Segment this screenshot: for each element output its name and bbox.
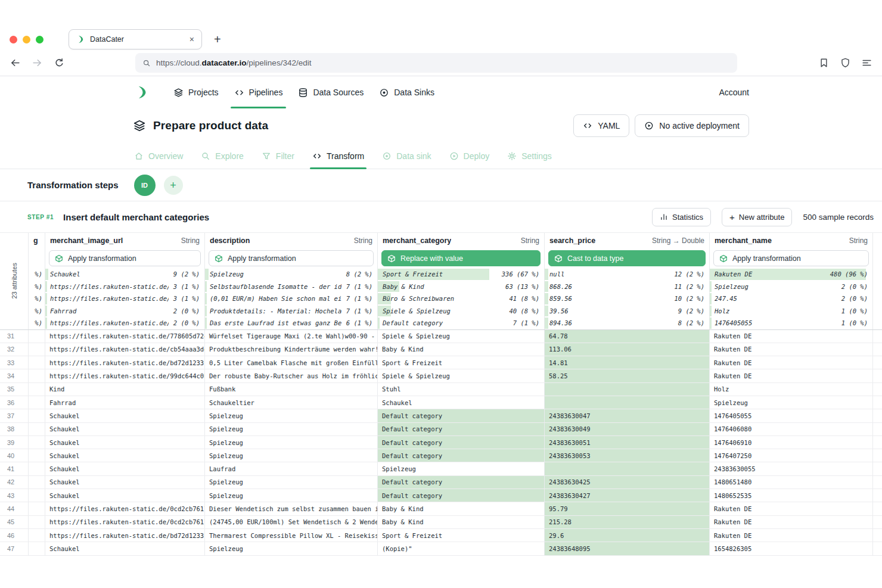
column-merchant-image-url: merchant_image_urlStringApply transforma… xyxy=(45,233,205,329)
column-action-button[interactable]: Apply transformation xyxy=(713,250,869,266)
column-stat-row: Sport & Freizeit336 (67 %) xyxy=(378,268,544,281)
datacater-logo[interactable] xyxy=(133,85,148,100)
cube-icon xyxy=(387,254,396,263)
deployment-button[interactable]: No active deployment xyxy=(635,114,749,137)
back-icon[interactable] xyxy=(10,57,21,69)
stat-count: 41 (8 %) xyxy=(509,295,539,302)
data-cell: 58.25 xyxy=(545,369,710,382)
sink-icon xyxy=(379,88,389,98)
tab-label: Data sink xyxy=(396,151,431,161)
column-action-label: Apply transformation xyxy=(228,254,296,263)
tab-filter[interactable]: Filter xyxy=(260,143,296,169)
pipeline-tabs-strip: OverviewExploreFilterTransformData sinkD… xyxy=(0,143,882,169)
clipped-cell xyxy=(29,436,45,449)
table-row: 31https://files.rakuten-static.de/778605… xyxy=(0,330,882,343)
column-merchant-category: merchant_categoryStringReplace with valu… xyxy=(378,233,545,329)
minimize-window-button[interactable] xyxy=(23,36,30,43)
zoom-window-button[interactable] xyxy=(36,36,44,43)
stat-value: https://files.rakuten-static.de/fb7e xyxy=(50,295,169,302)
menu-icon[interactable] xyxy=(861,57,872,69)
step-title: Insert default merchant categories xyxy=(63,212,209,222)
data-cell: Schaukel xyxy=(45,542,205,555)
statistics-button[interactable]: Statistics xyxy=(652,208,711,226)
stat-count: 8 (2 %) xyxy=(346,270,372,278)
column-action-button[interactable]: Apply transformation xyxy=(209,250,374,266)
tab-data-sink[interactable]: Data sink xyxy=(381,143,432,169)
tab-close-icon[interactable]: × xyxy=(188,35,195,44)
tab-label: Deploy xyxy=(464,151,490,161)
tab-label: Transform xyxy=(327,151,364,161)
column-action-label: Cast to data type xyxy=(567,254,624,263)
tab-settings[interactable]: Settings xyxy=(506,143,553,169)
new-tab-button[interactable]: + xyxy=(214,33,221,45)
row-number: 41 xyxy=(0,462,29,475)
column-stat-row: https://files.rakuten-static.de/fb7e3 (1… xyxy=(45,293,204,305)
data-cell: Stuhl xyxy=(378,383,545,396)
row-number: 36 xyxy=(0,396,29,409)
column-action-button[interactable]: Cast to data type xyxy=(548,250,706,266)
filter-icon xyxy=(262,151,271,161)
nav-item-account[interactable]: Account xyxy=(719,88,749,97)
data-cell: 1654826305 xyxy=(710,542,873,555)
stat-value: Schaukel xyxy=(50,270,169,278)
table-row: 46https://files.rakuten-static.de/bd72d1… xyxy=(0,529,882,542)
url-path: /pipelines/342/edit xyxy=(247,58,312,67)
data-cell: Kind xyxy=(45,383,205,396)
nav-item-data-sources[interactable]: Data Sources xyxy=(298,76,364,108)
data-cell: Schaukel xyxy=(45,409,205,422)
add-step-button[interactable]: + xyxy=(164,176,183,195)
data-grid: 23 attributes g %)%)%)%)%) merchant_imag… xyxy=(0,232,882,556)
column-action-button[interactable]: Apply transformation xyxy=(49,250,201,266)
tab-transform[interactable]: Transform xyxy=(311,143,365,169)
row-number: 32 xyxy=(0,343,29,356)
app-header: ProjectsPipelinesData SourcesData Sinks … xyxy=(0,76,882,108)
url-bar[interactable]: https://cloud.datacater.io/pipelines/342… xyxy=(135,53,737,73)
data-cell: Spielzeug xyxy=(205,476,378,489)
reload-icon[interactable] xyxy=(54,57,65,69)
tab-overview[interactable]: Overview xyxy=(133,143,184,169)
clipped-column-name: g xyxy=(33,237,38,245)
layers-icon xyxy=(173,88,184,98)
step-id-button[interactable]: ID xyxy=(134,175,156,196)
shield-icon[interactable] xyxy=(840,57,851,69)
tab-deploy[interactable]: Deploy xyxy=(448,143,491,169)
nav-item-projects[interactable]: Projects xyxy=(173,76,219,108)
search-icon xyxy=(142,59,151,67)
nav-item-data-sinks[interactable]: Data Sinks xyxy=(379,76,434,108)
forward-icon[interactable] xyxy=(32,57,43,69)
tab-explore[interactable]: Explore xyxy=(200,143,244,169)
stat-count: 7 (1 %) xyxy=(513,319,539,326)
close-window-button[interactable] xyxy=(10,36,17,43)
table-row: 42SchaukelSpielzeugDefault category24383… xyxy=(0,476,882,489)
yaml-button[interactable]: YAML xyxy=(573,114,629,137)
app-nav-items: ProjectsPipelinesData SourcesData Sinks xyxy=(173,76,434,108)
new-attribute-button[interactable]: + New attribute xyxy=(722,208,792,226)
data-cell: Spielzeug xyxy=(205,409,378,422)
column-name: description xyxy=(210,237,250,245)
column-stat-row: Das erste Laufrad ist etwas ganz Bes(6 (… xyxy=(205,317,377,329)
column-stat-row: 39.569 (2 %) xyxy=(545,305,709,318)
stat-count: 6 (1 %) xyxy=(346,319,372,326)
stat-value: Sport & Freizeit xyxy=(383,270,497,278)
column-type: String → Double xyxy=(652,237,704,245)
browser-tab[interactable]: DataCater × xyxy=(69,29,202,49)
bookmark-icon[interactable] xyxy=(818,57,830,69)
data-cell xyxy=(545,462,710,475)
data-cell: Baby & Kind xyxy=(378,516,545,528)
stat-bar xyxy=(205,269,209,280)
column-action-button[interactable]: Replace with value xyxy=(381,250,541,266)
cube-icon xyxy=(554,254,563,263)
data-cell: 24383648095 xyxy=(545,542,710,555)
stat-count-fragment: %) xyxy=(35,283,42,290)
clipped-cell xyxy=(29,476,45,489)
data-cell: Spiele & Spielzeug xyxy=(378,330,545,343)
data-cell: Schaukel xyxy=(45,489,205,502)
data-cell: Rakuten DE xyxy=(710,343,873,356)
grid-body[interactable]: 31https://files.rakuten-static.de/778605… xyxy=(0,330,882,556)
stat-bar xyxy=(205,293,207,304)
stat-value: 894.36 xyxy=(549,319,673,326)
data-cell: Produktbeschreibung Kinderträume werden … xyxy=(205,343,378,356)
database-icon xyxy=(298,88,308,98)
code-icon xyxy=(312,151,322,161)
nav-item-pipelines[interactable]: Pipelines xyxy=(234,76,283,108)
